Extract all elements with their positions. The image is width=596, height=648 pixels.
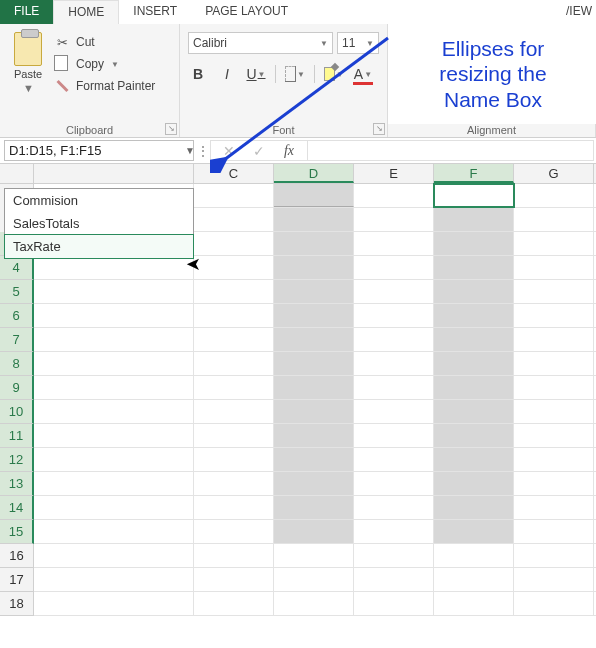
- row-header[interactable]: 15: [0, 520, 34, 544]
- cut-label: Cut: [76, 35, 95, 49]
- fx-icon[interactable]: fx: [275, 141, 303, 161]
- name-box-dropdown: Commision SalesTotals TaxRate: [4, 188, 194, 259]
- formula-bar: ▼ ⋮ ✕ ✓ fx: [0, 138, 596, 164]
- font-size-select[interactable]: 11▼: [337, 32, 379, 54]
- font-size-value: 11: [342, 36, 355, 50]
- formula-bar-buttons: ✕ ✓ fx: [210, 140, 308, 161]
- name-dd-item[interactable]: Commision: [5, 189, 193, 212]
- fill-color-button[interactable]: ▼: [324, 64, 344, 84]
- row-header[interactable]: 14: [0, 496, 34, 520]
- column-headers: C D E F G: [0, 164, 596, 184]
- enter-icon[interactable]: ✓: [245, 141, 273, 161]
- column-header[interactable]: E: [354, 164, 434, 183]
- group-label-font: Font: [180, 124, 387, 136]
- row-header[interactable]: 8: [0, 352, 34, 376]
- row-header[interactable]: 13: [0, 472, 34, 496]
- font-name-value: Calibri: [193, 36, 227, 50]
- row-header[interactable]: 7: [0, 328, 34, 352]
- chevron-down-icon: ▼: [111, 60, 119, 69]
- name-dd-item[interactable]: SalesTotals: [5, 212, 193, 235]
- chevron-down-icon: ▼: [336, 70, 344, 79]
- font-name-select[interactable]: Calibri▼: [188, 32, 333, 54]
- cancel-icon[interactable]: ✕: [215, 141, 243, 161]
- copy-button[interactable]: Copy▼: [54, 56, 171, 72]
- row-header[interactable]: 9: [0, 376, 34, 400]
- row-header[interactable]: 16: [0, 544, 33, 568]
- format-painter-button[interactable]: Format Painter: [54, 78, 171, 94]
- tab-fragment: /IEW: [564, 4, 594, 18]
- ribbon-tabs: FILE HOME INSERT PAGE LAYOUT: [0, 0, 596, 24]
- tab-insert[interactable]: INSERT: [119, 0, 191, 24]
- active-cell[interactable]: [434, 184, 514, 207]
- row-header[interactable]: 4: [0, 256, 34, 280]
- font-color-button[interactable]: A▼: [353, 64, 373, 84]
- row-header[interactable]: 18: [0, 592, 33, 616]
- bold-button[interactable]: B: [188, 64, 208, 84]
- row-header[interactable]: 6: [0, 304, 34, 328]
- paste-button[interactable]: Paste ▼: [8, 28, 48, 119]
- chevron-down-icon: ▼: [297, 70, 305, 79]
- cursor-icon: ➤: [186, 253, 201, 275]
- select-all-corner[interactable]: [0, 164, 34, 183]
- border-icon: [285, 66, 296, 82]
- chevron-down-icon: ▼: [23, 82, 34, 94]
- chevron-down-icon: ▼: [366, 39, 374, 48]
- column-header[interactable]: D: [274, 164, 354, 183]
- group-label-alignment: Alignment: [388, 124, 595, 136]
- annotation-text: Ellipses forresizing theName Box: [439, 36, 546, 112]
- column-header[interactable]: C: [194, 164, 274, 183]
- tab-page-layout[interactable]: PAGE LAYOUT: [191, 0, 302, 24]
- underline-button[interactable]: U▼: [246, 64, 266, 84]
- chevron-down-icon: ▼: [364, 70, 372, 79]
- chevron-down-icon: ▼: [320, 39, 328, 48]
- annotation-callout: Ellipses forresizing theName Box: [388, 24, 596, 124]
- row-header[interactable]: 12: [0, 448, 34, 472]
- chevron-down-icon: ▼: [258, 70, 266, 79]
- copy-icon: [54, 56, 70, 72]
- cut-button[interactable]: ✂Cut: [54, 34, 171, 50]
- row-header[interactable]: 11: [0, 424, 34, 448]
- column-header[interactable]: G: [514, 164, 594, 183]
- row-header[interactable]: 10: [0, 400, 34, 424]
- scissors-icon: ✂: [54, 34, 70, 50]
- name-box[interactable]: ▼: [4, 140, 194, 161]
- border-button[interactable]: ▼: [285, 64, 305, 84]
- formula-input[interactable]: [308, 140, 594, 161]
- bucket-icon: [324, 67, 335, 81]
- row-header[interactable]: 5: [0, 280, 34, 304]
- group-font: Calibri▼ 11▼ B I U▼ ▼ ▼ A▼ Font ↘: [180, 24, 388, 137]
- tab-home[interactable]: HOME: [53, 0, 119, 24]
- dialog-launcher-icon[interactable]: ↘: [373, 123, 385, 135]
- column-header[interactable]: F: [434, 164, 514, 183]
- group-clipboard: Paste ▼ ✂Cut Copy▼ Format Painter Clipbo…: [0, 24, 180, 137]
- group-label-clipboard: Clipboard: [0, 124, 179, 136]
- dialog-launcher-icon[interactable]: ↘: [165, 123, 177, 135]
- name-dd-item[interactable]: TaxRate: [4, 234, 194, 259]
- column-header-hidden: [34, 164, 194, 183]
- name-box-input[interactable]: [5, 143, 181, 158]
- row-header[interactable]: 17: [0, 568, 33, 592]
- italic-button[interactable]: I: [217, 64, 237, 84]
- clipboard-icon: [14, 32, 42, 66]
- format-painter-label: Format Painter: [76, 79, 155, 93]
- tab-file[interactable]: FILE: [0, 0, 53, 24]
- brush-icon: [54, 78, 70, 94]
- paste-label: Paste: [14, 68, 42, 80]
- namebox-resize-handle[interactable]: ⋮: [194, 138, 210, 163]
- copy-label: Copy: [76, 57, 104, 71]
